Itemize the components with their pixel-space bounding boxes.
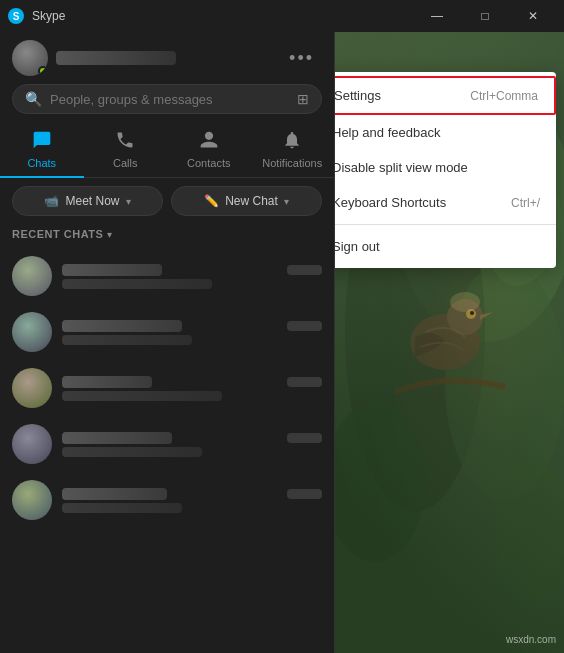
svg-point-10 bbox=[335, 402, 425, 562]
maximize-button[interactable]: □ bbox=[462, 0, 508, 32]
meet-now-chevron-icon: ▾ bbox=[126, 196, 131, 207]
search-input[interactable] bbox=[50, 92, 289, 107]
recent-chats-label: RECENT CHATS bbox=[12, 228, 103, 240]
chat-time bbox=[287, 321, 322, 331]
meet-now-button[interactable]: 📹 Meet Now ▾ bbox=[12, 186, 163, 216]
title-bar-left: S Skype bbox=[8, 8, 65, 24]
title-bar: S Skype — □ ✕ bbox=[0, 0, 564, 32]
settings-shortcut: Ctrl+Comma bbox=[470, 89, 538, 103]
right-panel: wsxdn.com Settings Ctrl+Comma Help and f… bbox=[335, 32, 564, 653]
chat-preview bbox=[62, 279, 212, 289]
chat-preview bbox=[62, 391, 222, 401]
chat-time bbox=[287, 489, 322, 499]
chat-name bbox=[62, 376, 152, 388]
search-filter-button[interactable]: ⊞ bbox=[297, 91, 309, 107]
avatar[interactable] bbox=[12, 40, 48, 76]
calls-icon bbox=[115, 130, 135, 155]
more-options-button[interactable]: ••• bbox=[281, 44, 322, 73]
chat-name bbox=[62, 488, 167, 500]
chat-name-row bbox=[62, 376, 322, 388]
chat-time bbox=[287, 377, 322, 387]
svg-point-7 bbox=[470, 311, 474, 315]
user-header: ••• bbox=[0, 32, 334, 84]
action-buttons: 📹 Meet Now ▾ ✏️ New Chat ▾ bbox=[0, 178, 334, 224]
menu-item-keyboard[interactable]: Keyboard Shortcuts Ctrl+/ bbox=[335, 185, 556, 220]
chat-name-row bbox=[62, 488, 322, 500]
svg-point-3 bbox=[445, 262, 564, 502]
avatar bbox=[12, 480, 52, 520]
list-item[interactable] bbox=[0, 304, 334, 360]
splitview-label: Disable split view mode bbox=[335, 160, 468, 175]
menu-item-splitview[interactable]: Disable split view mode bbox=[335, 150, 556, 185]
tab-notifications[interactable]: Notifications bbox=[251, 122, 335, 177]
chat-preview bbox=[62, 503, 182, 513]
new-chat-button[interactable]: ✏️ New Chat ▾ bbox=[171, 186, 322, 216]
list-item[interactable] bbox=[0, 416, 334, 472]
notifications-icon bbox=[282, 130, 302, 155]
avatar bbox=[12, 312, 52, 352]
chat-time bbox=[287, 433, 322, 443]
recent-chats-header[interactable]: RECENT CHATS ▾ bbox=[0, 224, 334, 248]
recent-chats-chevron-icon: ▾ bbox=[107, 229, 112, 240]
svg-point-5 bbox=[447, 299, 483, 335]
chats-icon bbox=[32, 130, 52, 155]
chat-name-row bbox=[62, 264, 322, 276]
chat-preview bbox=[62, 447, 202, 457]
chat-preview bbox=[62, 335, 192, 345]
app-container: ••• 🔍 ⊞ Chats bbox=[0, 32, 564, 653]
left-panel: ••• 🔍 ⊞ Chats bbox=[0, 32, 335, 653]
new-chat-chevron-icon: ▾ bbox=[284, 196, 289, 207]
user-name bbox=[56, 51, 176, 65]
avatar-status bbox=[38, 66, 48, 76]
keyboard-label: Keyboard Shortcuts bbox=[335, 195, 446, 210]
menu-item-settings[interactable]: Settings Ctrl+Comma bbox=[335, 76, 556, 115]
new-chat-label: New Chat bbox=[225, 194, 278, 208]
menu-item-help[interactable]: Help and feedback bbox=[335, 115, 556, 150]
app-icon: S bbox=[8, 8, 24, 24]
chat-name bbox=[62, 432, 172, 444]
dropdown-menu: Settings Ctrl+Comma Help and feedback Di… bbox=[335, 72, 556, 268]
close-button[interactable]: ✕ bbox=[510, 0, 556, 32]
menu-divider bbox=[335, 224, 556, 225]
avatar bbox=[12, 368, 52, 408]
list-item[interactable] bbox=[0, 472, 334, 528]
minimize-button[interactable]: — bbox=[414, 0, 460, 32]
chat-time bbox=[287, 265, 322, 275]
svg-point-4 bbox=[410, 314, 480, 370]
search-icon: 🔍 bbox=[25, 91, 42, 107]
avatar bbox=[12, 256, 52, 296]
chat-info bbox=[62, 376, 322, 401]
keyboard-shortcut: Ctrl+/ bbox=[511, 196, 540, 210]
chat-info bbox=[62, 432, 322, 457]
svg-point-12 bbox=[450, 292, 480, 312]
svg-point-11 bbox=[495, 462, 564, 602]
meet-now-icon: 📹 bbox=[44, 194, 59, 208]
chats-label: Chats bbox=[27, 157, 56, 169]
contacts-icon bbox=[199, 130, 219, 155]
chat-name-row bbox=[62, 320, 322, 332]
signout-label: Sign out bbox=[335, 239, 380, 254]
tab-contacts[interactable]: Contacts bbox=[167, 122, 251, 177]
window-controls: — □ ✕ bbox=[414, 0, 556, 32]
tab-calls[interactable]: Calls bbox=[84, 122, 168, 177]
tab-chats[interactable]: Chats bbox=[0, 122, 84, 177]
chat-name bbox=[62, 320, 182, 332]
search-bar: 🔍 ⊞ bbox=[12, 84, 322, 114]
help-label: Help and feedback bbox=[335, 125, 440, 140]
chat-info bbox=[62, 320, 322, 345]
new-chat-icon: ✏️ bbox=[204, 194, 219, 208]
chat-name-row bbox=[62, 432, 322, 444]
chat-name bbox=[62, 264, 162, 276]
menu-item-signout[interactable]: Sign out bbox=[335, 229, 556, 264]
avatar bbox=[12, 424, 52, 464]
contacts-label: Contacts bbox=[187, 157, 230, 169]
list-item[interactable] bbox=[0, 360, 334, 416]
user-info bbox=[12, 40, 176, 76]
meet-now-label: Meet Now bbox=[65, 194, 119, 208]
chat-info bbox=[62, 488, 322, 513]
watermark: wsxdn.com bbox=[506, 634, 556, 645]
list-item[interactable] bbox=[0, 248, 334, 304]
settings-label: Settings bbox=[335, 88, 381, 103]
nav-tabs: Chats Calls Contacts bbox=[0, 122, 334, 178]
calls-label: Calls bbox=[113, 157, 137, 169]
